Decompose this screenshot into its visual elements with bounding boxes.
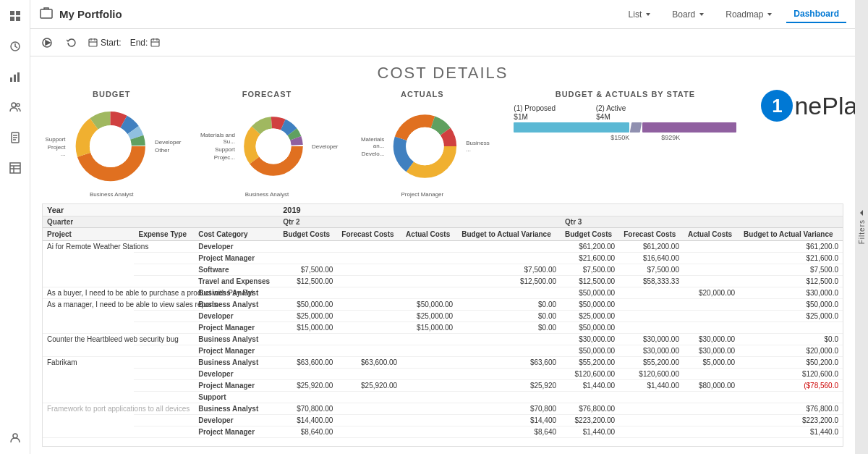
expense-type: Project Manager <box>194 345 278 357</box>
budget-title: BUDGET <box>93 90 130 98</box>
svg-rect-25 <box>89 39 97 46</box>
project-name: As a manager, I need to be able to view … <box>43 299 134 334</box>
start-date: Start: <box>88 38 122 48</box>
actuals-label-business: Business ... <box>466 140 492 153</box>
svg-point-54 <box>407 127 444 165</box>
forecast-label-project: Projec... <box>196 154 235 161</box>
actuals-label-materials: Materials an... <box>352 136 384 149</box>
chevron-left-icon <box>858 209 865 217</box>
project-name: Ai for Remote Weather Stations <box>43 241 134 287</box>
ba-actuals-bar-active <box>642 122 736 133</box>
filters-panel[interactable]: Filters <box>855 0 868 454</box>
table-row: Software $7,500.00 $7,500.00 $7,500.00 $… <box>43 264 843 276</box>
col-q3-budget: Budget Costs <box>561 228 619 241</box>
table-row: Project Manager $50,000.00 $30,000.00 $3… <box>43 345 843 357</box>
sidebar-icon-chart[interactable] <box>7 68 24 85</box>
table-row: Project Manager $8,640.00 $8,640 $1,440.… <box>43 426 843 438</box>
col-q2-actual: Actual Costs <box>401 228 457 241</box>
quarter-row: Quarter Qtr 2 Qtr 3 <box>43 217 843 228</box>
toolbar: Start: End: <box>30 29 855 56</box>
forecast-label-ba: Business Analyst <box>245 191 289 198</box>
expense-type: Developer <box>194 415 278 426</box>
svg-marker-24 <box>46 41 50 45</box>
header-row: Project Expense Type Cost Category Budge… <box>43 228 843 241</box>
svg-point-8 <box>12 103 16 107</box>
forecast-label-materials: Materials and Su... <box>196 132 235 145</box>
page-content: COST DETAILS BUDGET Support Project ... <box>30 56 855 454</box>
ba-proposed-amounts: $1M $4M <box>514 113 736 121</box>
svg-point-18 <box>13 434 17 438</box>
col-q2-variance: Budget to Actual Variance <box>457 228 561 241</box>
table-row: Developer $25,000.00 $25,000.00 $0.00 $2… <box>43 311 843 322</box>
ba-proposed-val: $150K <box>514 134 629 141</box>
sidebar <box>0 0 30 454</box>
budget-chart: BUDGET Support Project ... <box>42 90 182 198</box>
end-date: End: <box>130 38 161 48</box>
sidebar-icon-clock[interactable] <box>7 38 24 55</box>
sidebar-icon-document[interactable] <box>7 129 24 146</box>
expense-type: Support <box>194 392 278 403</box>
table-row: As a buyer, I need to be able to purchas… <box>43 287 843 299</box>
actuals-donut-svg <box>387 103 463 190</box>
svg-point-40 <box>89 125 131 167</box>
budget-label-other: Other <box>155 147 181 154</box>
oneplan-logo: 1 nePlan <box>758 90 855 122</box>
nav-roadmap[interactable]: Roadmap <box>718 7 780 22</box>
col-expense: Expense Type <box>134 228 194 241</box>
page-title: COST DETAILS <box>42 64 843 83</box>
table-row: Fabrikam Business Analyst $63,600.00 $63… <box>43 357 843 369</box>
sidebar-icon-user[interactable] <box>7 429 24 447</box>
filters-label: Filters <box>858 219 866 244</box>
svg-rect-6 <box>14 75 16 82</box>
ba-row-proposed: (1) Proposed (2) Active $1M $4M <box>514 104 736 141</box>
actuals-label-pm: Project Manager <box>401 191 444 198</box>
ba-proposed-label: (1) Proposed (2) Active <box>514 104 736 112</box>
forecast-chart: FORECAST Materials and Su... Support Pro… <box>196 90 339 198</box>
expense-type: Business Analyst <box>194 357 278 369</box>
ba-budget-bar-proposed <box>514 122 629 133</box>
expense-type: Business Analyst <box>194 403 278 415</box>
col-q2-forecast: Forecast Costs <box>337 228 401 241</box>
budget-donut-svg <box>69 103 153 190</box>
portfolio-title: My Portfolio <box>59 8 122 20</box>
expense-type: Business Analyst <box>194 299 278 311</box>
ba-title: BUDGET & ACTUALS BY STATE <box>506 90 744 98</box>
expense-type: Business Analyst <box>194 287 278 299</box>
qtr3-label: Qtr 3 <box>561 217 843 228</box>
ba-bars: (1) Proposed (2) Active $1M $4M <box>506 104 744 146</box>
refresh-icon[interactable] <box>64 35 80 51</box>
svg-rect-29 <box>151 39 159 46</box>
budget-label-support: Support <box>42 136 66 143</box>
table-row: Project Manager $15,000.00 $15,000.00 $0… <box>43 322 843 334</box>
sidebar-icon-people[interactable] <box>7 98 24 116</box>
expense-type: Project Manager <box>194 322 278 334</box>
forecast-donut-svg <box>238 103 309 190</box>
project-name: Counter the Heartbleed web security bug <box>43 334 134 357</box>
nav-list[interactable]: List <box>621 7 660 22</box>
forecast-title: FORECAST <box>242 90 292 98</box>
nav-board[interactable]: Board <box>665 7 712 22</box>
sidebar-icon-table[interactable] <box>7 159 24 177</box>
main-content: My Portfolio List Board Roadmap Dashboar… <box>30 0 855 454</box>
table-row: Support <box>43 392 843 403</box>
play-icon[interactable] <box>39 35 55 51</box>
qtr2-label: Qtr 2 <box>278 217 561 228</box>
ba-values-row: $150K $929K <box>514 134 736 141</box>
expense-type: Developer <box>194 311 278 322</box>
svg-rect-19 <box>41 9 52 18</box>
sidebar-icon-grid[interactable] <box>7 7 24 25</box>
expense-type: Project Manager <box>194 426 278 438</box>
expense-type: Developer <box>194 241 278 253</box>
actuals-chart: ACTUALS Materials an... Develo... <box>352 90 492 198</box>
end-label: End: <box>130 38 148 48</box>
start-label: Start: <box>101 38 122 48</box>
budget-actuals-chart: BUDGET & ACTUALS BY STATE (1) Proposed (… <box>506 90 744 146</box>
table-row: Project Manager $21,600.00 $16,640.00 $2… <box>43 253 843 264</box>
data-table-section[interactable]: Year 2019 Quarter Qtr 2 Qtr 3 Project Ex… <box>42 203 843 447</box>
expense-type: Developer <box>194 369 278 380</box>
table-row: Ai for Remote Weather Stations Developer… <box>43 241 843 253</box>
table-row: As a manager, I need to be able to view … <box>43 299 843 311</box>
logo-text: nePlan <box>794 92 855 120</box>
col-q2-budget: Budget Costs <box>278 228 337 241</box>
nav-dashboard[interactable]: Dashboard <box>786 6 846 23</box>
